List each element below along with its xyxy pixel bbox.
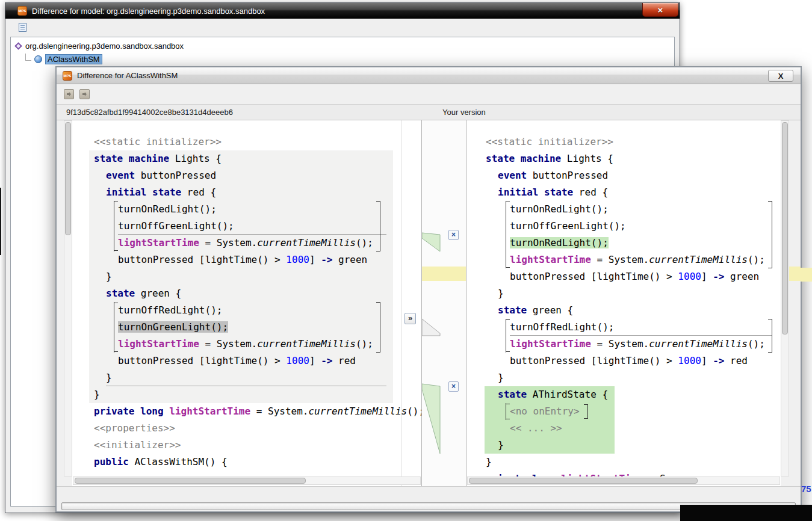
code-line[interactable]: <<initializer>>	[72, 437, 421, 454]
code-line[interactable]: turnOffGreenLight();	[72, 218, 421, 235]
scrollbar-thumb[interactable]	[782, 122, 788, 334]
dismiss-change-button[interactable]: ×	[448, 381, 459, 392]
code-line[interactable]: initial state red {	[72, 184, 421, 201]
dismiss-change-button[interactable]: ×	[448, 230, 459, 240]
code-line[interactable]: turnOffRedLight();	[466, 319, 781, 336]
code-line[interactable]: }	[466, 454, 781, 470]
scrollbar-thumb[interactable]	[75, 478, 306, 484]
statement-bracket: <no onEntry>	[506, 403, 580, 420]
code-line[interactable]: <<static initializer>>	[72, 134, 421, 150]
apply-change-button[interactable]: »	[404, 313, 416, 324]
left-horizontal-scrollbar[interactable]	[73, 476, 421, 485]
statement-bracket: lightStartTime = System.currentTimeMilli…	[506, 336, 765, 353]
code-line[interactable]: state machine Lights {	[466, 150, 781, 167]
code-line[interactable]: public AClassWithSM() {	[72, 454, 421, 470]
change-marker-yellow[interactable]	[789, 267, 801, 281]
statement-bracket: lightStartTime = System.currentTimeMilli…	[506, 251, 765, 268]
code-line[interactable]: state green {	[466, 302, 781, 319]
code-token: turnOnRedLight();	[510, 237, 609, 248]
code-line[interactable]: turnOffRedLight();	[72, 302, 421, 319]
diff-connector-added-block	[422, 384, 440, 454]
code-line[interactable]: <<properties>>	[72, 420, 421, 437]
scrollbar-thumb[interactable]	[469, 478, 698, 484]
apply-nonconflicting-left-icon[interactable]	[64, 89, 74, 99]
code-line[interactable]: buttonPressed [lightTime() > 1000] -> re…	[72, 353, 421, 369]
tree-item-model[interactable]: org.dslengineering.p3demo.sandbox.sandbo…	[11, 37, 674, 51]
code-token: lightStartTime	[118, 338, 199, 350]
desktop-artifact-line	[0, 188, 1, 255]
statement-bracket: turnOffRedLight();	[114, 302, 222, 319]
code-token: <no onEntry>	[510, 405, 580, 417]
code-line[interactable]: <<static initializer>>	[466, 134, 781, 150]
right-vertical-scrollbar[interactable]	[781, 120, 789, 476]
left-vertical-scrollbar[interactable]	[64, 120, 72, 476]
statement-bracket: turnOnRedLight();	[506, 235, 609, 251]
scrollbar-thumb[interactable]	[65, 122, 71, 235]
code-line[interactable]: buttonPressed [lightTime() > 1000] -> gr…	[72, 251, 421, 268]
close-button[interactable]: ×	[642, 3, 678, 17]
code-token: event	[498, 170, 527, 181]
code-line[interactable]: event buttonPressed	[72, 167, 421, 184]
right-horizontal-scrollbar[interactable]	[467, 476, 780, 485]
code-line[interactable]: event buttonPressed	[466, 167, 781, 184]
code-line[interactable]: buttonPressed [lightTime() > 1000] -> gr…	[466, 268, 781, 285]
code-token: buttonPressed [lightTime() >	[118, 355, 286, 366]
code-line[interactable]: lightStartTime = System.currentTimeMilli…	[72, 235, 421, 251]
code-line[interactable]: }	[72, 268, 421, 285]
code-token: ->	[713, 355, 724, 366]
code-token: state	[498, 389, 527, 400]
code-token: ();	[356, 237, 373, 248]
code-line[interactable]: state AThirdState {	[466, 386, 781, 403]
diff-toolbar	[57, 84, 801, 105]
code-line[interactable]: lightStartTime = System.currentTimeMilli…	[466, 336, 781, 353]
code-token: turnOffGreenLight();	[510, 220, 626, 232]
code-token: }	[498, 288, 504, 299]
code-line[interactable]: turnOnRedLight();	[466, 235, 781, 251]
code-token: <<initializer>>	[94, 439, 181, 451]
apply-nonconflicting-right-icon[interactable]	[79, 89, 90, 99]
code-token: buttonPressed	[135, 170, 216, 181]
window-title: Difference for model: org.dslengineering…	[32, 7, 265, 16]
code-line[interactable]: buttonPressed [lightTime() > 1000] -> re…	[466, 353, 781, 369]
code-line[interactable]: }	[466, 369, 781, 386]
code-line[interactable]: <no onEntry>	[466, 403, 781, 420]
model-diff-titlebar[interactable]: MPS Difference for model: org.dslenginee…	[5, 3, 680, 19]
close-button[interactable]: X	[768, 70, 793, 82]
desktop: MPS Difference for model: org.dslenginee…	[0, 0, 812, 521]
code-token: red	[724, 355, 748, 366]
code-token: green {	[135, 288, 181, 299]
code-token: = System.	[591, 338, 649, 350]
statement-bracket: turnOffRedLight();	[506, 319, 614, 336]
taskbar-fragment	[680, 505, 812, 521]
code-token: = System.	[199, 237, 257, 248]
code-line[interactable]: state green {	[72, 285, 421, 302]
code-token: event	[106, 170, 135, 181]
code-line[interactable]: << ... >>	[466, 420, 781, 437]
code-line[interactable]: turnOnRedLight();	[72, 201, 421, 218]
code-line[interactable]: state machine Lights {	[72, 150, 421, 167]
code-token: turnOnGreenLight();	[118, 321, 228, 333]
code-line[interactable]: lightStartTime = System.currentTimeMilli…	[466, 251, 781, 268]
code-line[interactable]: }	[466, 285, 781, 302]
code-line[interactable]: initial state red {	[466, 184, 781, 201]
code-token: turnOffGreenLight();	[118, 220, 234, 232]
code-token: turnOnRedLight();	[510, 203, 609, 215]
diff-connector-addition	[422, 233, 440, 251]
code-token: lightStartTime	[169, 405, 250, 417]
code-line[interactable]: lightStartTime = System.currentTimeMilli…	[72, 336, 421, 353]
code-token: Lights {	[561, 153, 613, 164]
code-line[interactable]: turnOnGreenLight();	[72, 319, 421, 336]
code-token: buttonPressed [lightTime() >	[510, 355, 678, 366]
code-line[interactable]: }	[72, 369, 421, 386]
class-diff-titlebar[interactable]: MPS Difference for AClassWithSM X	[57, 67, 801, 84]
code-line[interactable]: }	[72, 386, 421, 403]
code-line[interactable]: private long lightStartTime = System.cur…	[72, 403, 421, 420]
document-icon[interactable]	[19, 23, 26, 32]
code-token: <<properties>>	[94, 422, 175, 434]
model-diff-toolbar	[5, 19, 680, 35]
code-line[interactable]: }	[466, 437, 781, 454]
tree-item-class[interactable]: AClassWithSM	[25, 54, 674, 64]
code-token: << ... >>	[510, 422, 562, 434]
code-line[interactable]: turnOnRedLight();	[466, 201, 781, 218]
code-line[interactable]: turnOffGreenLight();	[466, 218, 781, 235]
